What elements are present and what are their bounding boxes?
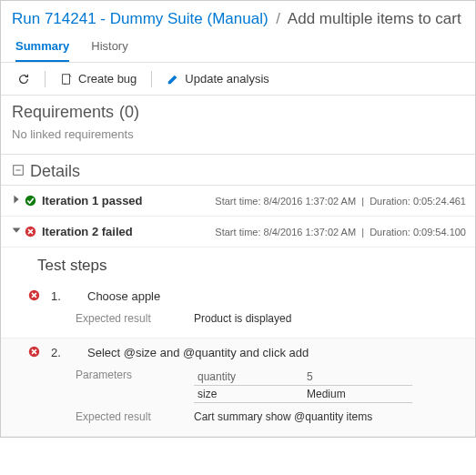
svg-point-2	[25, 196, 35, 206]
breadcrumb-separator: /	[276, 10, 280, 27]
tab-history[interactable]: History	[91, 32, 127, 62]
fail-icon	[28, 289, 40, 301]
duration-value: 0:09:54.100	[413, 227, 466, 238]
svg-rect-0	[63, 74, 70, 84]
details-header: Details	[1, 155, 475, 186]
expected-result-value: Cart summary show @quantity items	[194, 410, 372, 423]
param-value: 5	[303, 369, 412, 386]
start-time-value: 8/4/2016 1:37:02 AM	[264, 196, 357, 207]
parameters-label: Parameters	[76, 369, 176, 403]
iteration-row[interactable]: Iteration 2 failed Start time: 8/4/2016 …	[1, 217, 475, 248]
param-name: size	[194, 386, 303, 403]
breadcrumb: Run 714241 - Dummy Suite (Manual) / Add …	[1, 1, 475, 32]
edit-icon	[167, 73, 179, 86]
start-time-label: Start time:	[215, 196, 260, 207]
test-steps-header: Test steps	[1, 248, 475, 282]
iteration-row[interactable]: Iteration 1 passed Start time: 8/4/2016 …	[1, 186, 475, 217]
tabs: Summary History	[1, 32, 475, 63]
toolbar-divider	[45, 71, 46, 87]
expected-result-value: Product is displayed	[194, 312, 291, 325]
toolbar: Create bug Update analysis	[1, 63, 475, 96]
new-bug-icon	[60, 73, 73, 86]
iteration-status-text: Iteration 1 passed	[42, 194, 143, 207]
test-step: 1. Choose apple Expected result Product …	[1, 282, 475, 339]
chevron-down-icon[interactable]	[10, 224, 25, 239]
start-time-label: Start time:	[215, 227, 260, 238]
requirements-title: Requirements	[12, 103, 114, 122]
update-analysis-label: Update analysis	[185, 72, 269, 86]
duration-label: Duration:	[370, 227, 410, 238]
breadcrumb-current: Add multiple items to cart	[288, 10, 461, 27]
breadcrumb-run-link[interactable]: Run 714241 - Dummy Suite (Manual)	[12, 10, 268, 27]
fail-icon	[25, 226, 36, 238]
param-name: quantity	[194, 369, 303, 386]
tab-summary[interactable]: Summary	[15, 32, 69, 62]
step-action: Select @size and @quantity and click add	[80, 346, 309, 359]
pass-icon	[25, 195, 36, 207]
requirements-empty-text: No linked requirements	[1, 126, 475, 155]
toolbar-divider	[151, 71, 152, 87]
start-time-value: 8/4/2016 1:37:02 AM	[264, 227, 357, 238]
step-number: 1.	[51, 289, 69, 303]
step-number: 2.	[51, 346, 69, 359]
duration-value: 0:05:24.461	[413, 196, 466, 207]
update-analysis-button[interactable]: Update analysis	[163, 70, 273, 87]
iteration-status-text: Iteration 2 failed	[42, 225, 133, 238]
parameters-table: quantity 5 size Medium	[194, 369, 457, 403]
expected-result-label: Expected result	[76, 312, 176, 325]
create-bug-label: Create bug	[78, 72, 137, 86]
expected-result-label: Expected result	[76, 410, 176, 423]
duration-label: Duration:	[370, 196, 410, 207]
test-step: 2. Select @size and @quantity and click …	[1, 339, 475, 437]
step-action: Choose apple	[80, 289, 160, 303]
fail-icon	[28, 346, 40, 358]
refresh-icon	[17, 73, 30, 86]
create-bug-button[interactable]: Create bug	[56, 70, 140, 87]
requirements-count: (0)	[119, 103, 139, 122]
param-value: Medium	[303, 386, 412, 403]
collapse-all-icon[interactable]	[12, 162, 25, 181]
refresh-button[interactable]	[14, 71, 34, 87]
requirements-header: Requirements (0)	[1, 96, 475, 126]
details-title: Details	[30, 162, 80, 181]
chevron-right-icon[interactable]	[10, 193, 25, 208]
